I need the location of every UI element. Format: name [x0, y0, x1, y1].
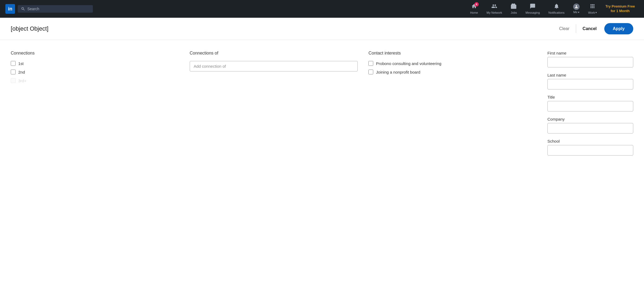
nav-item-work[interactable]: Work ▾: [584, 2, 601, 16]
nav-item-my-network[interactable]: My Network: [483, 2, 506, 16]
filter-content: Connections 1st 2nd 3rd+ Connections of: [0, 40, 644, 172]
connection-2nd-item[interactable]: 2nd: [11, 70, 179, 74]
jobs-label: Jobs: [511, 11, 517, 14]
me-label: Me: [573, 10, 577, 14]
premium-button[interactable]: Try Premium Freefor 1 Month: [602, 3, 639, 15]
filter-actions: Clear Cancel Apply: [554, 23, 633, 34]
school-input[interactable]: [547, 145, 633, 156]
work-dropdown: Work ▾: [588, 11, 597, 14]
messaging-icon: [530, 3, 536, 10]
apply-button[interactable]: Apply: [604, 23, 633, 34]
search-input[interactable]: [27, 7, 90, 11]
school-label: School: [547, 139, 633, 143]
nonprofit-item[interactable]: Joining a nonprofit board: [368, 70, 537, 74]
nav-item-jobs[interactable]: Jobs: [507, 2, 521, 16]
notifications-icon: [554, 3, 559, 10]
connection-3rd-checkbox[interactable]: [11, 78, 16, 83]
work-label: Work: [588, 11, 595, 14]
school-group: School: [547, 139, 633, 156]
me-chevron-icon: ▾: [578, 11, 579, 14]
notifications-label: Notifications: [548, 11, 565, 14]
connections-column: Connections 1st 2nd 3rd+: [11, 51, 190, 161]
probono-item[interactable]: Probono consulting and volunteering: [368, 61, 537, 66]
connections-of-input[interactable]: [190, 61, 358, 71]
work-chevron-icon: ▾: [595, 11, 597, 14]
connection-3rd-label: 3rd+: [18, 78, 26, 83]
connection-1st-checkbox[interactable]: [11, 61, 16, 66]
connection-2nd-label: 2nd: [18, 70, 25, 74]
avatar: [573, 3, 580, 10]
jobs-icon: [511, 3, 517, 10]
work-icon: [590, 3, 595, 10]
filter-header: [object Object] Clear Cancel Apply: [0, 18, 644, 40]
nav-item-home[interactable]: 8 Home: [466, 2, 482, 16]
nav-item-me[interactable]: Me ▾: [569, 2, 583, 16]
company-group: Company: [547, 117, 633, 133]
title-input[interactable]: [547, 101, 633, 111]
search-icon: [21, 7, 25, 11]
linkedin-logo[interactable]: in: [5, 4, 15, 14]
me-dropdown: Me ▾: [573, 10, 579, 14]
search-bar[interactable]: [18, 5, 93, 13]
nav-item-notifications[interactable]: Notifications: [545, 2, 568, 16]
connections-of-column: Connections of: [190, 51, 369, 161]
nonprofit-checkbox[interactable]: [368, 70, 373, 74]
first-name-label: First name: [547, 51, 633, 55]
connection-3rd-item[interactable]: 3rd+: [11, 78, 179, 83]
last-name-input[interactable]: [547, 79, 633, 89]
connection-1st-item[interactable]: 1st: [11, 61, 179, 66]
last-name-label: Last name: [547, 73, 633, 77]
connection-1st-label: 1st: [18, 61, 24, 66]
home-label: Home: [470, 11, 478, 14]
home-badge: 8: [474, 2, 479, 6]
my-network-label: My Network: [486, 11, 502, 14]
connection-2nd-checkbox[interactable]: [11, 70, 16, 74]
home-icon: 8: [471, 3, 477, 10]
connections-of-label: Connections of: [190, 51, 358, 56]
contact-interests-options: Probono consulting and volunteering Join…: [368, 61, 537, 74]
filter-title: [object Object]: [11, 25, 554, 32]
clear-button[interactable]: Clear: [554, 24, 575, 34]
title-label: Title: [547, 95, 633, 99]
messaging-label: Messaging: [526, 11, 540, 14]
title-group: Title: [547, 95, 633, 111]
probono-checkbox[interactable]: [368, 61, 373, 66]
filter-panel: [object Object] Clear Cancel Apply Conne…: [0, 18, 644, 289]
nav-items: 8 Home My Network Jobs Messaging: [466, 2, 639, 16]
first-name-input[interactable]: [547, 57, 633, 67]
last-name-group: Last name: [547, 73, 633, 89]
premium-label: Try Premium Freefor 1 Month: [605, 4, 635, 13]
contact-interests-label: Contact interests: [368, 51, 537, 56]
connections-label: Connections: [11, 51, 179, 56]
company-input[interactable]: [547, 123, 633, 133]
nav-item-messaging[interactable]: Messaging: [522, 2, 544, 16]
action-divider: [576, 24, 576, 33]
company-label: Company: [547, 117, 633, 121]
first-name-group: First name: [547, 51, 633, 67]
name-fields-column: First name Last name Title Company Schoo…: [547, 51, 633, 161]
navbar: in 8 Home My Network Jobs: [0, 0, 644, 18]
nonprofit-label: Joining a nonprofit board: [376, 70, 420, 74]
contact-interests-column: Contact interests Probono consulting and…: [368, 51, 547, 161]
cancel-button[interactable]: Cancel: [577, 24, 602, 34]
probono-label: Probono consulting and volunteering: [376, 61, 441, 66]
connections-options: 1st 2nd 3rd+: [11, 61, 179, 83]
my-network-icon: [491, 3, 497, 10]
